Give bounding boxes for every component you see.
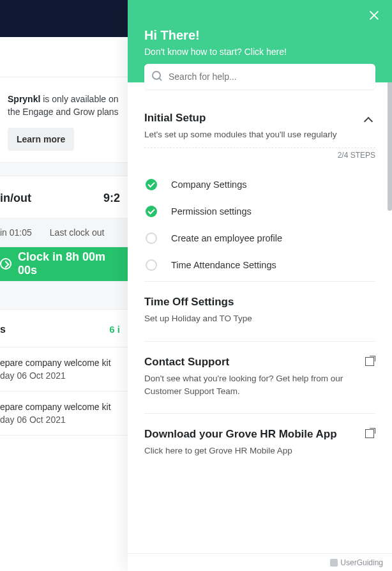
time-off-title: Time Off Settings bbox=[144, 296, 375, 308]
chevron-up-icon[interactable] bbox=[363, 113, 375, 126]
checklist-item-employee-profile[interactable]: Create an employee profile bbox=[144, 225, 375, 252]
tasks-title-suffix: s bbox=[0, 324, 6, 335]
userguiding-label: UserGuiding bbox=[340, 558, 383, 567]
clock-time: 9:2 bbox=[103, 192, 120, 205]
initial-setup-sub: Let's set up some modules that you'll us… bbox=[144, 128, 337, 141]
section-time-off[interactable]: Time Off Settings Set up Holiday and TO … bbox=[144, 281, 375, 338]
tasks-header: s 6 i bbox=[0, 310, 128, 347]
checklist-item-label: Permission settings bbox=[171, 206, 252, 217]
last-clock-row: in 01:05 Last clock out bbox=[0, 218, 128, 247]
top-gap bbox=[0, 37, 128, 77]
task-title: epare company welcome kit bbox=[0, 402, 128, 412]
sprynkl-name: Sprynkl bbox=[8, 94, 40, 104]
checklist-item-label: Create an employee profile bbox=[171, 233, 282, 243]
search-icon bbox=[152, 71, 162, 81]
tasks-count: 6 i bbox=[109, 324, 120, 335]
clock-in-label: Clock in 8h 00m 00s bbox=[18, 250, 128, 277]
background-app: Sprynkl is only available on the Engage … bbox=[0, 0, 128, 571]
help-body: Initial Setup Let's set up some modules … bbox=[128, 82, 392, 553]
last-out-label: Last clock out bbox=[50, 227, 123, 238]
clock-in-icon bbox=[0, 258, 11, 270]
external-link-icon bbox=[365, 428, 375, 438]
task-date: day 06 Oct 2021 bbox=[0, 415, 128, 425]
close-icon[interactable] bbox=[368, 9, 381, 22]
clock-in-button[interactable]: Clock in 8h 00m 00s bbox=[0, 247, 128, 282]
time-off-sub: Set up Holiday and TO Type bbox=[144, 312, 375, 325]
task-title: epare company welcome kit bbox=[0, 358, 128, 368]
task-item[interactable]: epare company welcome kit day 06 Oct 202… bbox=[0, 392, 128, 436]
task-date: day 06 Oct 2021 bbox=[0, 370, 128, 381]
support-sub: Don't see what you're looking for? Get h… bbox=[144, 372, 375, 399]
sprynkl-text: Sprynkl is only available on the Engage … bbox=[8, 93, 120, 119]
task-item[interactable]: epare company welcome kit day 06 Oct 202… bbox=[0, 347, 128, 392]
last-in: in 01:05 bbox=[0, 227, 50, 238]
help-greeting: Hi There! bbox=[144, 28, 379, 43]
search-wrap bbox=[144, 64, 375, 89]
mobile-sub: Click here to get Grove HR Mobile App bbox=[144, 445, 375, 457]
userguiding-logo-icon bbox=[330, 559, 338, 567]
checklist-item-label: Time Attendance Settings bbox=[171, 260, 276, 270]
mobile-title: Download your Grove HR Mobile App bbox=[144, 428, 337, 441]
section-gap bbox=[0, 162, 128, 176]
checklist-item-company-settings[interactable]: Company Settings bbox=[144, 171, 375, 198]
clock-header: in/out 9:2 bbox=[0, 176, 128, 218]
section-contact-support[interactable]: Contact Support Don't see what you're lo… bbox=[144, 341, 375, 411]
checklist-item-permission-settings[interactable]: Permission settings bbox=[144, 198, 375, 225]
check-todo-icon bbox=[146, 259, 157, 271]
initial-setup-title: Initial Setup bbox=[144, 112, 337, 125]
help-subtitle: Don't know how to start? Click here! bbox=[144, 47, 379, 57]
learn-more-button[interactable]: Learn more bbox=[8, 128, 74, 151]
checklist-item-label: Company Settings bbox=[171, 179, 246, 190]
external-link-icon bbox=[365, 356, 375, 366]
help-header: Hi There! Don't know how to start? Click… bbox=[128, 0, 392, 82]
help-footer: UserGuiding bbox=[128, 553, 392, 571]
checklist-item-time-attendance[interactable]: Time Attendance Settings bbox=[144, 252, 375, 278]
section-gap bbox=[0, 282, 128, 310]
support-title: Contact Support bbox=[144, 356, 229, 369]
section-mobile-app[interactable]: Download your Grove HR Mobile App Click … bbox=[144, 413, 375, 470]
check-todo-icon bbox=[146, 232, 157, 244]
check-done-icon bbox=[146, 206, 157, 217]
top-bar bbox=[0, 0, 128, 37]
search-input[interactable] bbox=[144, 64, 375, 89]
sprynkl-promo: Sprynkl is only available on the Engage … bbox=[0, 77, 128, 162]
app-viewport: Sprynkl is only available on the Engage … bbox=[0, 0, 392, 571]
help-panel: Hi There! Don't know how to start? Click… bbox=[128, 0, 392, 571]
steps-progress: 2/4 STEPS bbox=[144, 148, 375, 160]
clock-title: in/out bbox=[0, 192, 31, 205]
initial-setup-header[interactable]: Initial Setup Let's set up some modules … bbox=[144, 112, 375, 141]
check-done-icon bbox=[146, 179, 157, 190]
setup-checklist: Company Settings Permission settings Cre… bbox=[144, 171, 375, 278]
